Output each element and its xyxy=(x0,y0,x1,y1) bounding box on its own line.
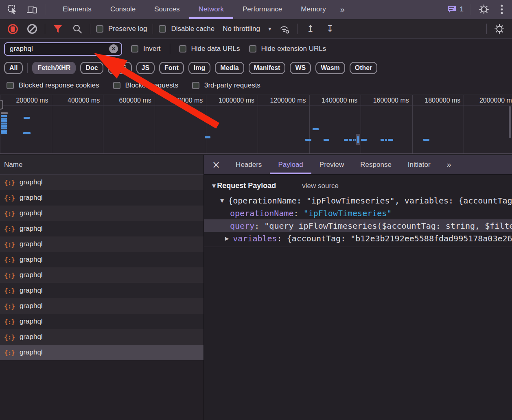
filter-chip-fetch-xhr[interactable]: Fetch/XHR xyxy=(32,62,76,74)
tab-performance[interactable]: Performance xyxy=(233,0,291,19)
preserve-log-checkbox[interactable]: Preserve log xyxy=(96,25,147,33)
payload-operation-row[interactable]: operationName: "ipFlowTimeseries" xyxy=(204,207,512,219)
close-detail-icon[interactable]: × xyxy=(204,155,228,174)
kebab-menu-icon[interactable] xyxy=(497,2,506,16)
overview-tick-label: 1000000 ms xyxy=(206,95,258,106)
clear-network-log-icon[interactable] xyxy=(25,22,39,36)
divider xyxy=(486,24,487,34)
tab-sources[interactable]: Sources xyxy=(145,0,189,19)
request-row[interactable]: {:}graphql xyxy=(0,314,203,329)
checkbox-box[interactable] xyxy=(192,82,199,89)
property-value: "query ipFlowTimeseries($accountTag: str… xyxy=(264,221,512,231)
filter-chip-font[interactable]: Font xyxy=(159,62,184,74)
checkbox-box[interactable] xyxy=(7,82,14,89)
divider xyxy=(170,44,170,54)
tab-response[interactable]: Response xyxy=(352,155,400,174)
filter-chip-media[interactable]: Media xyxy=(215,62,244,74)
payload-query-row[interactable]: query: "query ipFlowTimeseries($accountT… xyxy=(204,219,512,232)
fetch-json-icon: {:} xyxy=(4,333,15,341)
overview-left-handle[interactable] xyxy=(0,100,3,109)
tab-headers[interactable]: Headers xyxy=(228,155,270,174)
checkbox-box[interactable] xyxy=(179,45,186,52)
overview-scrollbar-thumb[interactable] xyxy=(509,106,511,138)
filter-chip-other[interactable]: Other xyxy=(350,62,378,74)
checkbox-box[interactable] xyxy=(159,25,166,33)
request-row[interactable]: {:}graphql xyxy=(0,283,203,298)
request-row[interactable]: {:}graphql xyxy=(0,345,203,360)
filter-chip-js[interactable]: JS xyxy=(136,62,155,74)
request-row[interactable]: {:}graphql xyxy=(0,252,203,267)
devtools-tabbar: Elements Console Sources Network Perform… xyxy=(0,0,512,19)
filter-chip-all[interactable]: All xyxy=(4,62,23,74)
request-row[interactable]: {:}graphql xyxy=(0,236,203,252)
third-party-requests-checkbox[interactable]: 3rd-party requests xyxy=(192,81,260,90)
request-row[interactable]: {:}graphql xyxy=(0,175,203,190)
checkbox-box[interactable] xyxy=(249,45,256,52)
payload-variables-row[interactable]: ▶ variables: {accountTag: "b12e3b2192ee5… xyxy=(204,232,512,245)
fetch-json-icon: {:} xyxy=(4,349,15,357)
filter-chip-wasm[interactable]: Wasm xyxy=(315,62,345,74)
payload-summary-row[interactable]: ▼ {operationName: "ipFlowTimeseries", va… xyxy=(204,194,512,207)
filter-funnel-icon[interactable] xyxy=(51,22,65,36)
tab-network[interactable]: Network xyxy=(189,0,233,19)
tab-elements[interactable]: Elements xyxy=(53,0,101,19)
collapse-section-icon[interactable]: ▼ xyxy=(212,183,216,189)
expand-node-icon[interactable]: ▶ xyxy=(225,236,229,241)
tab-console[interactable]: Console xyxy=(101,0,145,19)
export-har-icon[interactable]: ↧ xyxy=(323,22,337,36)
network-toolbar: Preserve log Disable cache No throttling… xyxy=(0,20,512,39)
blocked-response-cookies-checkbox[interactable]: Blocked response cookies xyxy=(7,81,99,90)
request-row[interactable]: {:}graphql xyxy=(0,190,203,206)
overview-request-bar xyxy=(423,139,429,141)
network-settings-gear-icon[interactable] xyxy=(492,22,506,36)
import-har-icon[interactable]: ↥ xyxy=(304,22,317,36)
request-row[interactable]: {:}graphql xyxy=(0,267,203,283)
record-network-log-icon[interactable] xyxy=(6,22,20,36)
filter-chip-img[interactable]: Img xyxy=(188,62,210,74)
settings-gear-icon[interactable] xyxy=(477,2,491,16)
request-row[interactable]: {:}graphql xyxy=(0,298,203,314)
search-icon[interactable] xyxy=(70,22,84,36)
overview-tick-label: 400000 ms xyxy=(52,95,103,106)
name-column-header[interactable]: Name xyxy=(0,155,203,175)
request-name: graphql xyxy=(20,240,43,248)
inspect-element-icon[interactable] xyxy=(6,2,20,16)
fetch-json-icon: {:} xyxy=(4,318,15,326)
filter-chip-ws[interactable]: WS xyxy=(290,62,311,74)
request-row[interactable]: {:}graphql xyxy=(0,206,203,221)
network-conditions-icon[interactable] xyxy=(278,22,292,36)
request-row[interactable]: {:}graphql xyxy=(0,221,203,236)
tab-preview[interactable]: Preview xyxy=(311,155,352,174)
overview-request-bar xyxy=(344,139,348,141)
checkbox-box[interactable] xyxy=(113,82,120,89)
filter-chip-manifest[interactable]: Manifest xyxy=(249,62,286,74)
checkbox-box[interactable] xyxy=(96,25,103,33)
hide-extension-urls-checkbox[interactable]: Hide extension URLs xyxy=(249,45,326,53)
filter-input-box[interactable]: × xyxy=(4,42,122,56)
tab-initiator[interactable]: Initiator xyxy=(400,155,439,174)
invert-checkbox[interactable]: Invert xyxy=(131,45,161,53)
overview-tick-label: 1200000 ms xyxy=(258,95,309,106)
device-toolbar-icon[interactable] xyxy=(25,2,39,16)
request-row[interactable]: {:}graphql xyxy=(0,329,203,345)
throttling-dropdown[interactable]: No throttling ▼ xyxy=(223,25,272,33)
property-key: query xyxy=(230,221,254,231)
more-detail-tabs-icon[interactable]: » xyxy=(439,155,459,174)
blocked-requests-checkbox[interactable]: Blocked requests xyxy=(113,81,178,90)
overview-request-bar xyxy=(324,139,329,141)
filter-chip-doc[interactable]: Doc xyxy=(80,62,103,74)
hide-data-urls-checkbox[interactable]: Hide data URLs xyxy=(179,45,240,53)
filter-chip-css[interactable]: CSS xyxy=(108,62,132,74)
collapse-node-icon[interactable]: ▼ xyxy=(220,198,224,203)
tab-memory[interactable]: Memory xyxy=(291,0,335,19)
resource-chips: AllFetch/XHRDocCSSJSFontImgMediaManifest… xyxy=(0,59,512,77)
view-source-link[interactable]: view source xyxy=(302,182,339,190)
disable-cache-checkbox[interactable]: Disable cache xyxy=(159,25,214,33)
clear-filter-icon[interactable]: × xyxy=(109,44,118,53)
console-messages-button[interactable]: 1 xyxy=(447,5,464,14)
filter-input[interactable] xyxy=(10,45,109,53)
more-tabs-icon[interactable]: » xyxy=(335,0,350,19)
tab-payload[interactable]: Payload xyxy=(270,155,311,174)
network-overview-timeline[interactable]: 200000 ms400000 ms600000 ms800000 ms1000… xyxy=(0,95,512,154)
checkbox-box[interactable] xyxy=(131,45,138,52)
